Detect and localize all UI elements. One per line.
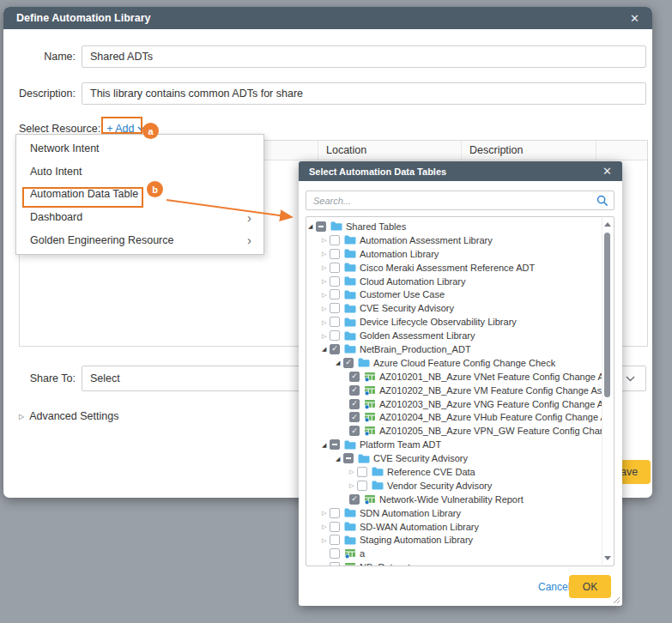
checkbox-unchecked[interactable] bbox=[330, 317, 340, 327]
search-icon[interactable] bbox=[596, 195, 608, 207]
tree-node-vendor-security-advisory[interactable]: ▷Vendor Security Advisory bbox=[306, 479, 602, 493]
expander-collapsed-icon[interactable]: ▷ bbox=[322, 278, 330, 284]
tree-node-device-lifecycle-observability-library[interactable]: ▷Device Lifecycle Observability Library bbox=[306, 315, 602, 329]
cancel-button[interactable]: Cancel bbox=[538, 581, 570, 593]
menu-item-automation-data-table[interactable]: Automation Data Table bbox=[16, 183, 263, 206]
expander-collapsed-icon[interactable]: ▷ bbox=[322, 333, 330, 339]
checkbox-unchecked[interactable] bbox=[330, 508, 340, 518]
menu-item-auto-intent[interactable]: Auto Intent bbox=[16, 160, 263, 184]
expander-collapsed-icon[interactable]: ▷ bbox=[349, 469, 357, 475]
checkbox-unchecked[interactable] bbox=[330, 276, 340, 287]
tree-node-cloud-automation-library[interactable]: ▷Cloud Automation Library bbox=[306, 275, 602, 288]
expander-collapsed-icon[interactable]: ▷ bbox=[322, 319, 330, 325]
tree-node-automation-assessment-library[interactable]: ▷Automation Assessment Library bbox=[306, 233, 602, 247]
tree-node-az010203-nb-azure-vng-feature-config-change-assessment[interactable]: ✓AZ010203_NB_Azure VNG Feature Config Ch… bbox=[306, 397, 602, 411]
tree-node-netbrain-production-adt[interactable]: ◢✓NetBrain_Production_ADT bbox=[306, 342, 602, 356]
expander-collapsed-icon[interactable]: ▷ bbox=[322, 537, 330, 543]
tree-node-az010201-nb-azure-vnet-feature-config-change-assessment[interactable]: ✓AZ010201_NB_Azure VNet Feature Config C… bbox=[306, 370, 602, 384]
checkbox-indeterminate[interactable] bbox=[316, 221, 326, 232]
tree-node-sd-wan-automation-library[interactable]: ▷SD-WAN Automation Library bbox=[306, 520, 602, 534]
tree-node-shared-tables[interactable]: ◢Shared Tables bbox=[306, 220, 602, 233]
close-icon[interactable]: ✕ bbox=[602, 165, 612, 178]
expander-collapsed-icon[interactable]: ▷ bbox=[349, 482, 357, 488]
checkbox-indeterminate[interactable] bbox=[343, 453, 354, 463]
ok-button[interactable]: OK bbox=[569, 575, 611, 598]
name-input[interactable]: Shared ADTs bbox=[82, 45, 646, 68]
select-resource-row: Select Resource: + Add bbox=[19, 123, 145, 135]
checkbox-checked[interactable]: ✓ bbox=[349, 412, 360, 422]
expander-collapsed-icon[interactable]: ▷ bbox=[322, 523, 330, 529]
description-input[interactable]: This library contains common ADTs for sh… bbox=[82, 82, 646, 105]
checkbox-unchecked[interactable] bbox=[330, 249, 340, 259]
expander-collapsed-icon[interactable]: ▷ bbox=[322, 264, 330, 270]
checkbox-checked[interactable]: ✓ bbox=[349, 494, 360, 505]
checkbox-unchecked[interactable] bbox=[330, 548, 340, 559]
expander-expanded-icon[interactable]: ◢ bbox=[336, 360, 343, 366]
tree-node-network-wide-vulnerability-report[interactable]: ✓Network-Wide Vulnerability Report bbox=[306, 493, 602, 506]
tree-node-golden-assessment-library[interactable]: ▷Golden Assessment Library bbox=[306, 329, 602, 342]
tree-node-sdn-automation-library[interactable]: ▷SDN Automation Library bbox=[306, 506, 602, 520]
menu-item-label: Dashboard bbox=[30, 211, 82, 223]
scrollbar-thumb[interactable] bbox=[604, 233, 610, 397]
name-input-value: Shared ADTs bbox=[90, 51, 153, 63]
checkbox-unchecked[interactable] bbox=[330, 330, 340, 341]
menu-item-dashboard[interactable]: Dashboard› bbox=[16, 206, 263, 229]
checkbox-checked[interactable]: ✓ bbox=[349, 372, 360, 382]
checkbox-unchecked[interactable] bbox=[330, 522, 340, 532]
tree-node-nb-dataset[interactable]: NB_Dataset bbox=[306, 560, 602, 566]
menu-item-label: Auto Intent bbox=[30, 166, 82, 178]
expander-expanded-icon[interactable]: ◢ bbox=[308, 223, 316, 229]
checkbox-unchecked[interactable] bbox=[330, 562, 340, 566]
adt-search-input[interactable] bbox=[306, 191, 614, 209]
tree-node-a[interactable]: a bbox=[306, 547, 602, 560]
expander-expanded-icon[interactable]: ◢ bbox=[322, 346, 330, 352]
checkbox-unchecked[interactable] bbox=[357, 481, 367, 491]
checkbox-checked[interactable]: ✓ bbox=[343, 358, 354, 368]
checkbox-checked[interactable]: ✓ bbox=[349, 385, 360, 396]
tree-node-automation-library[interactable]: ▷Automation Library bbox=[306, 247, 602, 261]
expander-collapsed-icon[interactable]: ▷ bbox=[322, 251, 330, 257]
tree-node-az010202-nb-azure-vm-feature-config-change-assessment[interactable]: ✓AZ010202_NB_Azure VM Feature Config Cha… bbox=[306, 384, 602, 397]
checkmark-icon: ✓ bbox=[345, 359, 352, 366]
tree-node-customer-use-case[interactable]: ▷Customer Use Case bbox=[306, 287, 602, 301]
menu-item-network-intent[interactable]: Network Intent bbox=[16, 137, 263, 160]
tree-node-azure-cloud-feature-config-change-check[interactable]: ◢✓Azure Cloud Feature Config Change Chec… bbox=[306, 356, 602, 370]
close-icon[interactable]: ✕ bbox=[630, 12, 639, 25]
adt-tree: ◢Shared Tables▷Automation Assessment Lib… bbox=[306, 220, 602, 566]
expander-collapsed-icon[interactable]: ▷ bbox=[322, 510, 330, 516]
tree-node-az010205-nb-azure-vpn-gw-feature-config-change-assessment[interactable]: ✓AZ010205_NB_Azure VPN_GW Feature Config… bbox=[306, 424, 602, 438]
tree-node-platform-team-adt[interactable]: ◢Platform Team ADT bbox=[306, 438, 602, 451]
checkbox-unchecked[interactable] bbox=[330, 535, 340, 545]
expander-expanded-icon[interactable]: ◢ bbox=[322, 442, 330, 448]
expander-expanded-icon[interactable]: ◢ bbox=[336, 456, 343, 462]
checkbox-unchecked[interactable] bbox=[330, 303, 340, 313]
checkbox-unchecked[interactable] bbox=[357, 467, 367, 477]
checkbox-checked[interactable]: ✓ bbox=[330, 344, 340, 354]
expander-collapsed-icon[interactable]: ▷ bbox=[322, 305, 330, 312]
checkbox-checked[interactable]: ✓ bbox=[349, 399, 360, 409]
tree-node-cisco-meraki-assessment-reference-adt[interactable]: ▷Cisco Meraki Assessment Reference ADT bbox=[306, 261, 602, 275]
expander-collapsed-icon[interactable]: ▷ bbox=[322, 237, 330, 243]
checkbox-unchecked[interactable] bbox=[330, 263, 340, 273]
add-resource-button[interactable]: + Add bbox=[106, 123, 144, 135]
advanced-settings-toggle[interactable]: ▷ Advanced Settings bbox=[19, 410, 118, 422]
tree-node-label: SD-WAN Automation Library bbox=[360, 522, 482, 532]
scroll-up-icon[interactable] bbox=[604, 222, 611, 227]
checkbox-checked[interactable]: ✓ bbox=[349, 426, 360, 436]
tree-node-cve-security-advisory[interactable]: ◢CVE Security Advisory bbox=[306, 451, 602, 465]
tree-node-az010204-nb-azure-vhub-feature-config-change-assessment[interactable]: ✓AZ010204_NB_Azure VHub Feature Config C… bbox=[306, 410, 602, 424]
resize-handle-icon[interactable] bbox=[612, 596, 620, 603]
chevron-down-icon bbox=[626, 376, 635, 382]
checkbox-indeterminate[interactable] bbox=[330, 439, 340, 450]
checkbox-unchecked[interactable] bbox=[330, 289, 340, 299]
adt-dialog-title: Select Automation Data Tables bbox=[309, 166, 446, 177]
tree-node-cve-security-advisory[interactable]: ▷CVE Security Advisory bbox=[306, 301, 602, 315]
menu-item-golden-engineering-resource[interactable]: Golden Engineering Resource› bbox=[16, 228, 263, 251]
scroll-down-icon[interactable] bbox=[604, 556, 611, 560]
tree-node-reference-cve-data[interactable]: ▷Reference CVE Data bbox=[306, 465, 602, 479]
checkbox-unchecked[interactable] bbox=[330, 235, 340, 245]
tree-node-staging-automation-library[interactable]: ▷Staging Automation Library bbox=[306, 533, 602, 547]
expander-collapsed-icon[interactable]: ▷ bbox=[322, 292, 330, 298]
tree-node-label: CVE Security Advisory bbox=[373, 453, 471, 463]
tree-scrollbar[interactable] bbox=[602, 218, 613, 565]
